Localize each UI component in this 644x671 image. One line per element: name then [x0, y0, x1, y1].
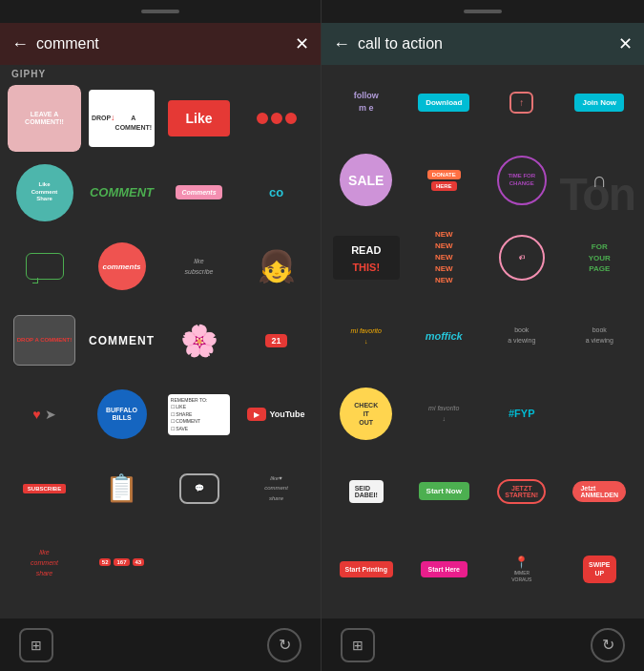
right-status-bar — [322, 0, 644, 23]
sticker-jetzt-anmelden[interactable]: JetztANMELDEN — [563, 458, 637, 525]
left-camera-icon[interactable]: ↻ — [267, 628, 301, 662]
sticker-chat-bubble[interactable]: 💬 — [162, 455, 236, 522]
sticker-comments-red[interactable]: comments — [85, 233, 158, 300]
sticker-stats[interactable]: 52 167 43 — [85, 529, 158, 596]
right-grid-icon[interactable]: ⊞ — [341, 628, 375, 662]
left-status-bar — [0, 0, 321, 23]
sticker-check-it-out[interactable]: checkitout — [329, 380, 404, 447]
left-bottom-bar: ⊞ ↻ — [0, 619, 321, 671]
sticker-comment-text[interactable]: COMMENT — [85, 307, 158, 374]
sticker-swipe-up[interactable]: SWIPEUP — [563, 535, 637, 602]
sticker-extra1[interactable] — [162, 529, 236, 596]
right-status-pill — [464, 10, 502, 13]
right-camera-icon[interactable]: ↻ — [591, 628, 625, 662]
left-back-button[interactable]: ← — [11, 34, 29, 54]
sticker-remember[interactable]: REMEMBER TO:☐ LIKE☐ SHARE☐ COMMENT☐ SAVE — [162, 381, 236, 448]
sticker-icons-row[interactable] — [239, 85, 313, 152]
sticker-co[interactable]: co — [239, 159, 313, 226]
right-close-button[interactable]: ✕ — [618, 33, 633, 54]
ton-text: Ton — [560, 169, 634, 220]
sticker-start-now[interactable]: Start Now — [407, 458, 482, 525]
sticker-heart-send[interactable]: ♥ ➤ — [8, 381, 81, 448]
sticker-swipe-outline[interactable]: ↑ — [485, 69, 559, 136]
sticker-start-here[interactable]: Start Here — [407, 535, 482, 602]
sticker-drop-comment[interactable]: DROP ↓A COMMENT! — [85, 85, 158, 152]
right-panel-title: call to action — [358, 35, 611, 52]
sticker-like[interactable]: Like — [162, 85, 236, 152]
sticker-youtube[interactable]: ▶ YouTube — [239, 381, 313, 448]
sticker-drop-comment2[interactable]: DROP A COMMENT! — [8, 307, 81, 374]
sticker-like-comment3[interactable]: likecommentshare — [8, 529, 81, 596]
sticker-new-new[interactable]: NEWNEWNEWNEWNEW — [407, 224, 482, 291]
left-close-button[interactable]: ✕ — [295, 33, 309, 54]
sticker-moffick[interactable]: moffick — [407, 303, 482, 369]
sticker-jetzt-starten[interactable]: JETZTSTARTEN! — [485, 458, 559, 525]
sticker-empty1[interactable] — [563, 380, 637, 447]
sticker-book-viewing[interactable]: booka viewing — [485, 303, 559, 369]
sticker-time-for-change[interactable]: TIME FOR CHANGE — [485, 147, 559, 214]
sticker-phone-hand[interactable]: 📋 — [85, 455, 158, 522]
left-sticker-grid: LEAVE A COMMENT!! DROP ↓A COMMENT! Like … — [0, 81, 321, 603]
sticker-mi-favorito2[interactable]: mi favorito↓ — [407, 380, 482, 447]
sticker-join-now[interactable]: Join Now — [563, 69, 637, 136]
sticker-chat-outline[interactable] — [8, 233, 81, 300]
right-sticker-grid: followm e Download ↑ Join Now SALE DONAT… — [322, 65, 644, 614]
sticker-fyp[interactable]: #FYP — [485, 380, 559, 447]
sticker-anime-girl[interactable]: 👧 — [239, 233, 313, 300]
sticker-follow-me[interactable]: followm e — [329, 69, 404, 136]
right-back-button[interactable]: ← — [333, 34, 350, 54]
right-header: ← call to action ✕ — [322, 23, 644, 65]
right-bottom-bar: ⊞ ↻ — [322, 619, 644, 671]
sticker-like-comment-share[interactable]: LikeCommentShare — [8, 159, 81, 226]
sticker-book-viewing2[interactable]: booka viewing — [563, 303, 637, 369]
sticker-like-subscribe[interactable]: like subscribe — [162, 233, 236, 300]
sticker-start-printing[interactable]: Start Printing — [329, 535, 404, 602]
sticker-comment-pink[interactable]: Comments — [162, 159, 236, 226]
sticker-subscribe-btn[interactable]: SUBSCRIBE — [8, 455, 81, 522]
sticker-for-your-page[interactable]: FORYOURPAGE — [563, 224, 637, 291]
sticker-leave-comment[interactable]: LEAVE A COMMENT!! — [8, 85, 81, 152]
left-panel-title: comment — [36, 35, 287, 52]
sticker-donate[interactable]: DONATE HERE — [407, 147, 482, 214]
left-status-pill — [141, 10, 179, 13]
sticker-extra2[interactable] — [239, 529, 313, 596]
sticker-notif21[interactable]: 21 — [239, 307, 313, 374]
left-grid-icon[interactable]: ⊞ — [19, 628, 53, 662]
sticker-read-this[interactable]: READ THIS! — [329, 224, 404, 291]
sticker-download[interactable]: Download — [407, 69, 482, 136]
sticker-flower[interactable]: 🌸 — [162, 307, 236, 374]
sticker-immer-voraus[interactable]: 📍 IMMERVORAUS — [485, 535, 559, 602]
right-panel: ← call to action ✕ Ton followm e Downloa… — [322, 0, 644, 671]
sticker-buffalo[interactable]: BUFFALOBILLS — [85, 381, 158, 448]
sticker-sale[interactable]: SALE — [329, 147, 404, 214]
left-header: ← comment ✕ — [0, 23, 321, 65]
sticker-pink-circle[interactable]: 🏷 — [485, 224, 559, 291]
sticker-mi-favorito[interactable]: mi favorito↓ — [329, 303, 404, 369]
sticker-seid-dabei[interactable]: SEIDDABEI! — [329, 458, 404, 525]
sticker-like-comment2[interactable]: like♥commentshare — [239, 455, 313, 522]
sticker-comment-green[interactable]: COMMENT — [85, 159, 158, 226]
giphy-label: GIPHY — [0, 65, 321, 81]
ton-overlay: Ton — [560, 168, 634, 220]
left-panel: ← comment ✕ GIPHY LEAVE A COMMENT!! DROP… — [0, 0, 322, 671]
